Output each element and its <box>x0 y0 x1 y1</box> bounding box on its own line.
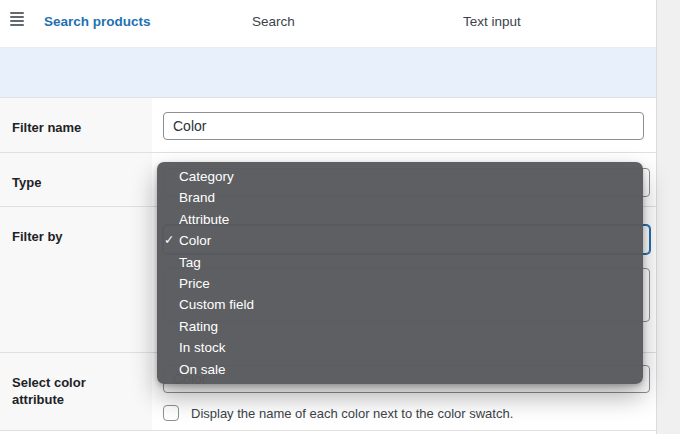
drag-handle-icon[interactable] <box>10 12 24 23</box>
dropdown-option[interactable]: Category <box>157 166 643 187</box>
filter-name-input[interactable] <box>163 112 644 140</box>
display-name-checkbox[interactable] <box>163 405 179 421</box>
filter-name-link[interactable]: Search products <box>44 14 151 29</box>
filter-by-dropdown-menu: Category Brand Attribute ✓ Color Tag Pri… <box>157 162 643 384</box>
filter-type-cell: Search <box>252 14 295 29</box>
dropdown-option[interactable]: Price <box>157 273 643 294</box>
filter-display-cell: Text input <box>463 14 521 29</box>
filter-settings-page: Search products Search Text input Color … <box>0 0 680 434</box>
dropdown-option[interactable]: On sale <box>157 359 643 380</box>
filter-name-label: Filter name <box>0 98 152 152</box>
dropdown-option[interactable]: Tag <box>157 252 643 273</box>
selected-check-icon: ✓ <box>164 230 178 251</box>
dropdown-option[interactable]: ✓ Color <box>157 230 643 251</box>
filter-row-search-products[interactable]: Search products Search Text input <box>0 0 656 48</box>
display-name-checkbox-label: Display the name of each color next to t… <box>191 406 513 421</box>
filter-row-color[interactable]: Color Color Checkboxes Close filter | De… <box>0 48 656 98</box>
page-gutter <box>656 0 680 434</box>
dropdown-option[interactable]: Custom field <box>157 294 643 315</box>
filter-by-label: Filter by <box>0 207 152 352</box>
type-label: Type <box>0 153 152 206</box>
dropdown-option[interactable]: Attribute <box>157 209 643 230</box>
select-color-attribute-label: Select color attribute <box>0 353 152 430</box>
dropdown-option[interactable]: In stock <box>157 337 643 358</box>
dropdown-option[interactable]: Rating <box>157 316 643 337</box>
dropdown-option[interactable]: Brand <box>157 187 643 208</box>
